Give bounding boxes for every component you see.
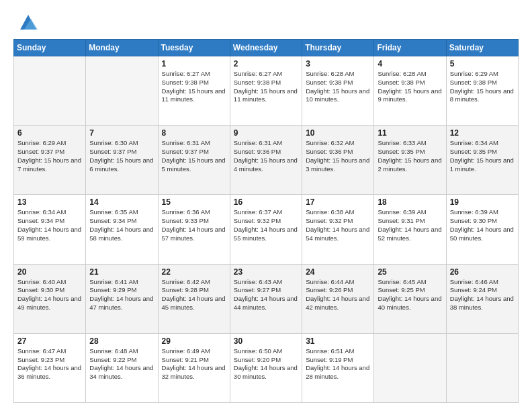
day-info: Sunrise: 6:38 AMSunset: 9:32 PMDaylight:…	[306, 208, 370, 242]
day-number: 2	[234, 59, 298, 68]
day-number: 5	[450, 59, 515, 68]
calendar-cell: 7Sunrise: 6:30 AMSunset: 9:37 PMDaylight…	[86, 126, 158, 195]
calendar-cell	[86, 56, 158, 126]
calendar-cell: 31Sunrise: 6:51 AMSunset: 9:19 PMDayligh…	[302, 333, 374, 402]
weekday-header-tuesday: Tuesday	[158, 40, 230, 56]
calendar-cell: 3Sunrise: 6:28 AMSunset: 9:38 PMDaylight…	[302, 56, 374, 126]
day-info: Sunrise: 6:42 AMSunset: 9:28 PMDaylight:…	[162, 278, 226, 312]
day-info: Sunrise: 6:28 AMSunset: 9:38 PMDaylight:…	[306, 70, 370, 104]
calendar-cell: 11Sunrise: 6:33 AMSunset: 9:35 PMDayligh…	[374, 126, 446, 195]
day-info: Sunrise: 6:44 AMSunset: 9:26 PMDaylight:…	[306, 278, 370, 312]
day-number: 28	[89, 336, 154, 346]
day-number: 18	[378, 197, 442, 207]
day-number: 11	[378, 128, 442, 138]
day-info: Sunrise: 6:28 AMSunset: 9:38 PMDaylight:…	[378, 70, 442, 104]
calendar-cell: 10Sunrise: 6:32 AMSunset: 9:36 PMDayligh…	[302, 126, 374, 195]
calendar-cell	[14, 56, 86, 126]
weekday-header-wednesday: Wednesday	[230, 40, 302, 56]
day-number: 7	[89, 128, 154, 138]
calendar-cell: 30Sunrise: 6:50 AMSunset: 9:20 PMDayligh…	[230, 333, 302, 402]
day-number: 8	[162, 128, 226, 138]
calendar-week-row: 1Sunrise: 6:27 AMSunset: 9:38 PMDaylight…	[14, 56, 519, 126]
day-info: Sunrise: 6:29 AMSunset: 9:38 PMDaylight:…	[450, 70, 515, 104]
calendar-cell: 14Sunrise: 6:35 AMSunset: 9:34 PMDayligh…	[86, 195, 158, 264]
day-info: Sunrise: 6:49 AMSunset: 9:21 PMDaylight:…	[162, 347, 226, 381]
logo-icon	[17, 11, 39, 32]
calendar-cell: 12Sunrise: 6:34 AMSunset: 9:35 PMDayligh…	[446, 126, 518, 195]
day-number: 24	[306, 267, 370, 277]
calendar-cell: 4Sunrise: 6:28 AMSunset: 9:38 PMDaylight…	[374, 56, 446, 126]
calendar-cell: 15Sunrise: 6:36 AMSunset: 9:33 PMDayligh…	[158, 195, 230, 264]
day-number: 15	[162, 197, 226, 207]
page: SundayMondayTuesdayWednesdayThursdayFrid…	[0, 0, 532, 411]
weekday-header-sunday: Sunday	[14, 40, 86, 56]
day-info: Sunrise: 6:31 AMSunset: 9:36 PMDaylight:…	[234, 139, 298, 173]
header	[13, 11, 519, 32]
day-info: Sunrise: 6:27 AMSunset: 9:38 PMDaylight:…	[234, 70, 298, 104]
calendar-cell: 24Sunrise: 6:44 AMSunset: 9:26 PMDayligh…	[302, 264, 374, 333]
calendar-week-row: 13Sunrise: 6:34 AMSunset: 9:34 PMDayligh…	[14, 195, 519, 264]
day-info: Sunrise: 6:39 AMSunset: 9:31 PMDaylight:…	[378, 208, 442, 242]
calendar-week-row: 20Sunrise: 6:40 AMSunset: 9:30 PMDayligh…	[14, 264, 519, 333]
calendar-table: SundayMondayTuesdayWednesdayThursdayFrid…	[13, 39, 519, 403]
day-number: 21	[89, 267, 154, 277]
day-info: Sunrise: 6:50 AMSunset: 9:20 PMDaylight:…	[234, 347, 298, 381]
day-info: Sunrise: 6:32 AMSunset: 9:36 PMDaylight:…	[306, 139, 370, 173]
calendar-cell: 20Sunrise: 6:40 AMSunset: 9:30 PMDayligh…	[14, 264, 86, 333]
day-number: 6	[17, 128, 82, 138]
day-number: 23	[234, 267, 298, 277]
day-number: 20	[17, 267, 82, 277]
day-info: Sunrise: 6:30 AMSunset: 9:37 PMDaylight:…	[89, 139, 154, 173]
day-number: 13	[17, 197, 82, 207]
calendar-cell: 1Sunrise: 6:27 AMSunset: 9:38 PMDaylight…	[158, 56, 230, 126]
calendar-cell: 29Sunrise: 6:49 AMSunset: 9:21 PMDayligh…	[158, 333, 230, 402]
day-info: Sunrise: 6:35 AMSunset: 9:34 PMDaylight:…	[89, 208, 154, 242]
day-number: 26	[450, 267, 515, 277]
day-number: 12	[450, 128, 515, 138]
day-info: Sunrise: 6:33 AMSunset: 9:35 PMDaylight:…	[378, 139, 442, 173]
calendar-cell: 25Sunrise: 6:45 AMSunset: 9:25 PMDayligh…	[374, 264, 446, 333]
day-info: Sunrise: 6:34 AMSunset: 9:34 PMDaylight:…	[17, 208, 82, 242]
day-info: Sunrise: 6:45 AMSunset: 9:25 PMDaylight:…	[378, 278, 442, 312]
day-info: Sunrise: 6:39 AMSunset: 9:30 PMDaylight:…	[450, 208, 515, 242]
header-row: SundayMondayTuesdayWednesdayThursdayFrid…	[14, 40, 519, 56]
weekday-header-friday: Friday	[374, 40, 446, 56]
day-number: 14	[89, 197, 154, 207]
calendar-week-row: 27Sunrise: 6:47 AMSunset: 9:23 PMDayligh…	[14, 333, 519, 402]
calendar-cell: 23Sunrise: 6:43 AMSunset: 9:27 PMDayligh…	[230, 264, 302, 333]
day-number: 3	[306, 59, 370, 68]
calendar-cell	[446, 333, 518, 402]
calendar-cell: 19Sunrise: 6:39 AMSunset: 9:30 PMDayligh…	[446, 195, 518, 264]
calendar-cell: 26Sunrise: 6:46 AMSunset: 9:24 PMDayligh…	[446, 264, 518, 333]
day-info: Sunrise: 6:48 AMSunset: 9:22 PMDaylight:…	[89, 347, 154, 381]
day-number: 30	[234, 336, 298, 346]
calendar-week-row: 6Sunrise: 6:29 AMSunset: 9:37 PMDaylight…	[14, 126, 519, 195]
calendar-cell: 21Sunrise: 6:41 AMSunset: 9:29 PMDayligh…	[86, 264, 158, 333]
calendar-cell: 2Sunrise: 6:27 AMSunset: 9:38 PMDaylight…	[230, 56, 302, 126]
day-info: Sunrise: 6:37 AMSunset: 9:32 PMDaylight:…	[234, 208, 298, 242]
calendar-cell: 8Sunrise: 6:31 AMSunset: 9:37 PMDaylight…	[158, 126, 230, 195]
day-number: 29	[162, 336, 226, 346]
day-number: 9	[234, 128, 298, 138]
day-number: 31	[306, 336, 370, 346]
weekday-header-saturday: Saturday	[446, 40, 518, 56]
calendar-cell: 17Sunrise: 6:38 AMSunset: 9:32 PMDayligh…	[302, 195, 374, 264]
weekday-header-monday: Monday	[86, 40, 158, 56]
calendar-cell: 6Sunrise: 6:29 AMSunset: 9:37 PMDaylight…	[14, 126, 86, 195]
day-number: 17	[306, 197, 370, 207]
day-info: Sunrise: 6:27 AMSunset: 9:38 PMDaylight:…	[162, 70, 226, 104]
day-number: 27	[17, 336, 82, 346]
day-info: Sunrise: 6:46 AMSunset: 9:24 PMDaylight:…	[450, 278, 515, 312]
day-info: Sunrise: 6:51 AMSunset: 9:19 PMDaylight:…	[306, 347, 370, 381]
weekday-header-thursday: Thursday	[302, 40, 374, 56]
calendar-cell	[374, 333, 446, 402]
day-number: 19	[450, 197, 515, 207]
day-info: Sunrise: 6:31 AMSunset: 9:37 PMDaylight:…	[162, 139, 226, 173]
calendar-cell: 5Sunrise: 6:29 AMSunset: 9:38 PMDaylight…	[446, 56, 518, 126]
day-number: 10	[306, 128, 370, 138]
day-info: Sunrise: 6:34 AMSunset: 9:35 PMDaylight:…	[450, 139, 515, 173]
day-info: Sunrise: 6:36 AMSunset: 9:33 PMDaylight:…	[162, 208, 226, 242]
calendar-cell: 18Sunrise: 6:39 AMSunset: 9:31 PMDayligh…	[374, 195, 446, 264]
day-info: Sunrise: 6:40 AMSunset: 9:30 PMDaylight:…	[17, 278, 82, 312]
calendar-cell: 22Sunrise: 6:42 AMSunset: 9:28 PMDayligh…	[158, 264, 230, 333]
